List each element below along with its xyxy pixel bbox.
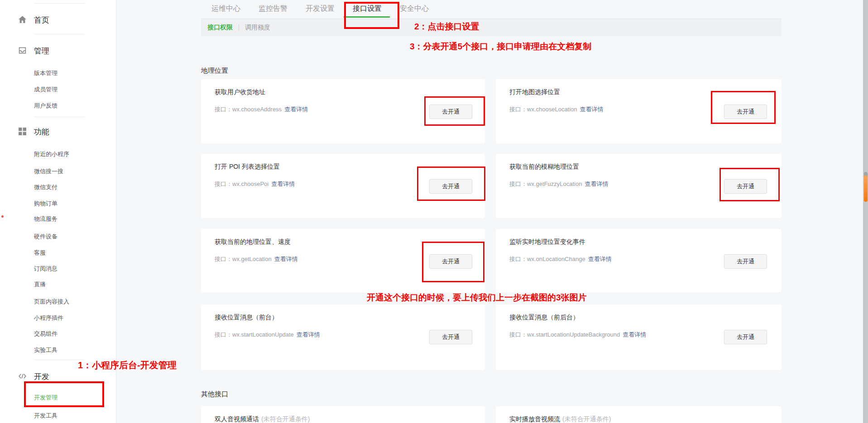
api-card-chooseLocation: 打开地图选择位置 接口：wx.chooseLocation查看详情 去开通 xyxy=(496,79,782,143)
sidebar-item-label: 管理 xyxy=(34,46,49,56)
sidebar-item-customer-service[interactable]: 客服 xyxy=(0,249,116,260)
view-details-link[interactable]: 查看详情 xyxy=(274,256,298,262)
sidebar-item-wechat-search[interactable]: 微信搜一搜 xyxy=(0,167,116,178)
sidebar-divider xyxy=(34,117,85,117)
sidebar-item-page-content-access[interactable]: 页面内容接入 xyxy=(0,298,116,309)
sidebar-item-label: 开发管理 xyxy=(34,394,58,402)
view-details-link[interactable]: 查看详情 xyxy=(588,256,612,262)
api-name: wx.startLocationUpdateBackground xyxy=(527,331,620,338)
api-info: 接口：wx.getLocation查看详情 xyxy=(215,255,298,263)
sidebar-item-experiment-tools[interactable]: 实验工具 xyxy=(0,346,116,357)
api-name: wx.chooseLocation xyxy=(527,106,577,113)
api-card-title: 双人音视频通话(未符合开通条件) xyxy=(215,415,310,423)
sidebar-item-develop[interactable]: 开发 xyxy=(0,371,116,382)
annotation-step3: 3：分表开通5个接口，接口申请理由在文档复制 xyxy=(410,41,591,52)
api-info: 接口：wx.chooseAddress查看详情 xyxy=(215,105,308,114)
api-card-title: 获取当前的地理位置、速度 xyxy=(215,238,291,246)
wechat-miniprogram-console: 首页 管理 版本管理 成员管理 用户反馈 功能 附近的小程序 微信搜一搜 微信支… xyxy=(0,0,868,423)
sidebar-item-label: 购物订单 xyxy=(34,200,58,208)
view-details-link[interactable]: 查看详情 xyxy=(585,181,608,187)
api-card-title: 监听实时地理位置变化事件 xyxy=(509,238,585,246)
condition-label: (未符合开通条件) xyxy=(261,415,310,423)
annotation-step2: 2：点击接口设置 xyxy=(414,21,480,33)
annotation-step1: 1：小程序后台-开发管理 xyxy=(78,359,177,371)
activate-button[interactable]: 去开通 xyxy=(724,330,767,344)
sidebar-item-member-manage[interactable]: 成员管理 xyxy=(0,86,116,96)
sidebar-item-shopping-orders[interactable]: 购物订单 xyxy=(0,200,116,210)
sidebar-item-home[interactable]: 首页 xyxy=(0,15,116,26)
tab-develop-settings[interactable]: 开发设置 xyxy=(305,4,335,14)
sidebar-item-logistics-service[interactable]: 物流服务 xyxy=(0,215,116,226)
api-card-title-text: 实时播放音视频流 xyxy=(509,415,560,423)
sidebar-item-version-manage[interactable]: 版本管理 xyxy=(0,69,116,80)
sidebar-item-label: 物流服务 xyxy=(34,215,58,223)
view-details-link[interactable]: 查看详情 xyxy=(271,181,295,187)
tab-monitor-alert[interactable]: 监控告警 xyxy=(258,4,288,14)
sidebar-item-label: 小程序插件 xyxy=(34,314,63,322)
sidebar-item-miniprogram-plugin[interactable]: 小程序插件 xyxy=(0,314,116,325)
code-icon xyxy=(18,372,27,380)
inbox-icon xyxy=(18,46,27,55)
activate-button[interactable]: 去开通 xyxy=(724,105,767,119)
sidebar-item-nearby-miniprogram[interactable]: 附近的小程序 xyxy=(0,150,116,161)
api-info: 接口：wx.onLocationChange查看详情 xyxy=(509,255,612,263)
sidebar-divider xyxy=(34,360,85,360)
sidebar-item-label: 直播 xyxy=(34,280,46,289)
sidebar-item-label: 开发工具 xyxy=(34,412,58,420)
api-card-getLocation: 获取当前的地理位置、速度 接口：wx.getLocation查看详情 去开通 xyxy=(201,229,485,292)
activate-button[interactable]: 去开通 xyxy=(429,105,472,119)
sidebar-item-develop-manage[interactable]: 开发管理 xyxy=(0,394,116,404)
api-card-voip-call: 双人音视频通话(未符合开通条件) xyxy=(201,406,485,423)
activate-button[interactable]: 去开通 xyxy=(429,254,472,269)
tab-operations-center[interactable]: 运维中心 xyxy=(211,4,241,14)
sidebar-item-features[interactable]: 功能 xyxy=(0,127,116,138)
api-info: 接口：wx.chooseLocation查看详情 xyxy=(509,105,604,114)
activate-button[interactable]: 去开通 xyxy=(724,254,767,269)
tab-security-center[interactable]: 安全中心 xyxy=(399,4,429,14)
activate-button[interactable]: 去开通 xyxy=(429,179,472,194)
sidebar-item-label: 订阅消息 xyxy=(34,265,58,273)
activate-button[interactable]: 去开通 xyxy=(724,179,767,194)
api-card-getFuzzyLocation: 获取当前的模糊地理位置 接口：wx.getFuzzyLocation查看详情 去… xyxy=(496,154,782,218)
api-prefix: 接口： xyxy=(215,106,232,113)
subtab-call-quota[interactable]: 调用额度 xyxy=(245,24,270,32)
api-card-title: 接收位置消息（前后台） xyxy=(509,314,579,322)
view-details-link[interactable]: 查看详情 xyxy=(284,106,308,113)
sidebar-divider xyxy=(34,34,85,34)
sidebar-item-label: 微信支付 xyxy=(34,183,58,191)
api-info: 接口：wx.getFuzzyLocation查看详情 xyxy=(509,180,608,188)
sidebar-item-trade-component[interactable]: 交易组件 xyxy=(0,330,116,341)
sidebar-item-label: 页面内容接入 xyxy=(34,298,69,306)
view-details-link[interactable]: 查看详情 xyxy=(580,106,604,113)
condition-label: (未符合开通条件) xyxy=(562,415,611,423)
scrollbar-thumb[interactable] xyxy=(864,176,868,202)
subtab-interface-permission[interactable]: 接口权限 xyxy=(207,24,233,32)
sidebar-item-hardware-device[interactable]: 硬件设备 xyxy=(0,233,116,243)
view-details-link[interactable]: 查看详情 xyxy=(297,331,320,338)
api-prefix: 接口： xyxy=(215,331,232,338)
activate-button[interactable]: 去开通 xyxy=(429,330,472,344)
sidebar-item-develop-tools[interactable]: 开发工具 xyxy=(0,412,116,423)
api-name: wx.startLocationUpdate xyxy=(232,331,294,338)
api-info: 接口：wx.startLocationUpdateBackground查看详情 xyxy=(509,331,646,339)
sidebar-item-manage[interactable]: 管理 xyxy=(0,46,116,57)
sidebar-item-user-feedback[interactable]: 用户反馈 xyxy=(0,102,116,113)
api-name: wx.onLocationChange xyxy=(527,256,585,262)
sidebar-item-label: 微信搜一搜 xyxy=(34,167,63,176)
tab-interface-settings[interactable]: 接口设置 xyxy=(352,4,382,14)
sidebar-item-label: 附近的小程序 xyxy=(34,150,69,158)
home-icon xyxy=(18,15,27,24)
sidebar-item-label: 实验工具 xyxy=(34,346,58,354)
api-card-onLocationChange: 监听实时地理位置变化事件 接口：wx.onLocationChange查看详情 … xyxy=(496,229,782,292)
api-prefix: 接口： xyxy=(509,106,527,113)
sidebar-item-label: 版本管理 xyxy=(34,69,58,77)
view-details-link[interactable]: 查看详情 xyxy=(623,331,646,338)
sidebar-item-wechat-pay[interactable]: 微信支付 xyxy=(0,183,116,194)
scrollbar-track[interactable] xyxy=(863,0,868,423)
api-card-title: 获取当前的模糊地理位置 xyxy=(509,163,579,171)
api-card-title-text: 双人音视频通话 xyxy=(215,415,259,423)
section-title-geo: 地理位置 xyxy=(201,67,228,75)
sidebar-item-subscribe-message[interactable]: 订阅消息 xyxy=(0,265,116,276)
sidebar-item-live[interactable]: 直播 xyxy=(0,280,116,291)
sidebar-item-label: 交易组件 xyxy=(34,330,58,338)
